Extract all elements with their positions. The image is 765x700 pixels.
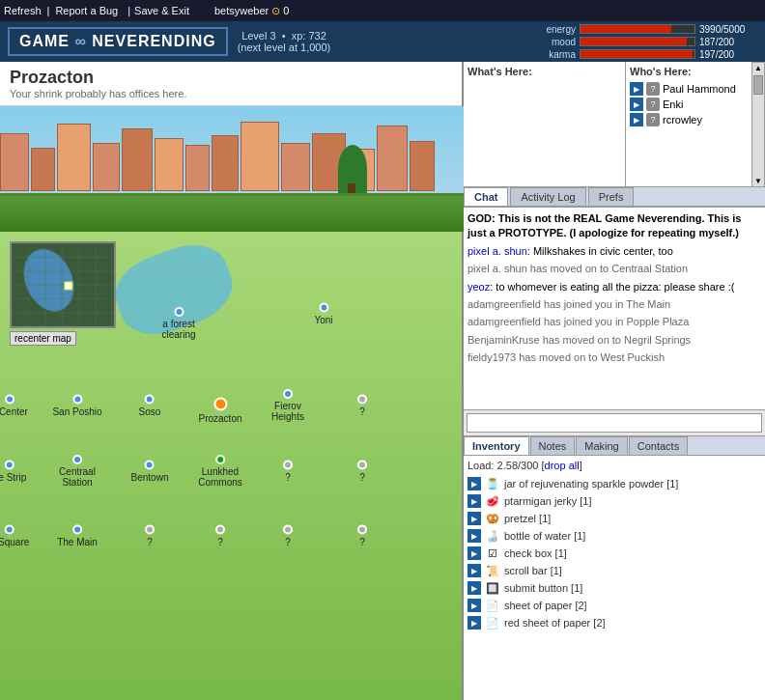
map-node[interactable]: ? — [215, 525, 225, 547]
item-action-btn[interactable]: ▶ — [468, 564, 481, 577]
map-node[interactable]: Lunkhed Commons — [198, 455, 242, 488]
chat-input[interactable] — [467, 413, 762, 433]
node-label: a forest clearing — [161, 319, 195, 340]
right-panel: What's Here: Who's Here: ▶ ? Paul Hammon… — [464, 62, 765, 700]
karma-label: karma — [537, 49, 576, 60]
item-action-btn[interactable]: ▶ — [468, 546, 481, 560]
map-node[interactable]: e Square — [0, 525, 29, 547]
scroll-down-arrow[interactable]: ▼ — [753, 176, 763, 186]
item-name[interactable]: submit button [1] — [504, 582, 582, 594]
map-node[interactable]: ? — [357, 461, 367, 483]
node-label: ? — [357, 472, 367, 483]
scroll-thumb[interactable] — [753, 75, 763, 95]
node-dot — [72, 455, 82, 464]
node-label: Yoni — [314, 315, 332, 325]
player-avatar-icon: ? — [646, 98, 660, 111]
item-action-btn[interactable]: ▶ — [468, 477, 481, 490]
map-node[interactable]: ? — [357, 525, 367, 547]
drop-all-link[interactable]: drop all — [545, 460, 580, 471]
refresh-link[interactable]: Refresh — [4, 5, 42, 16]
karma-bar-fill — [581, 50, 693, 58]
building-9 — [241, 122, 279, 191]
player-name[interactable]: Paul Hammond — [663, 83, 736, 95]
map-node[interactable]: a forest clearing — [161, 307, 195, 340]
item-name[interactable]: ptarmigan jerky [1] — [504, 495, 591, 507]
item-name[interactable]: pretzel [1] — [504, 513, 551, 524]
node-label: e Square — [0, 537, 29, 547]
tab-making[interactable]: Making — [576, 436, 627, 455]
inventory-item: ▶ 📄 red sheet of paper [2] — [468, 614, 761, 631]
energy-bar-fill — [581, 25, 671, 33]
map-node[interactable]: Bentown — [131, 461, 169, 483]
tab-notes[interactable]: Notes — [530, 436, 576, 455]
chat-message: fieldy1973 has moved on to West Puckish — [468, 350, 761, 365]
map-node[interactable]: ? — [283, 461, 293, 483]
node-dot — [357, 525, 367, 535]
player-next-level: (next level at 1,000) — [238, 42, 331, 53]
chat-message: adamgreenfield has joined you in The Mai… — [468, 297, 761, 312]
chat-username[interactable]: yeoz — [468, 281, 490, 293]
map-node[interactable]: Yoni — [314, 303, 332, 325]
chat-tabs-list: ChatActivity LogPrefs — [464, 187, 636, 206]
item-action-btn[interactable]: ▶ — [468, 529, 481, 543]
chat-area[interactable]: GOD: This is not the REAL Game Neverendi… — [464, 208, 765, 410]
chat-username[interactable]: pixel a. shun — [468, 245, 527, 257]
node-label: he Strip — [0, 472, 26, 483]
player-play-btn[interactable]: ▶ — [630, 98, 643, 111]
chat-message: GOD: This is not the REAL Game Neverendi… — [468, 211, 761, 241]
save-exit-link[interactable]: Save & Exit — [134, 5, 189, 16]
stats-area: energy 3990/5000 mood 187/200 karma 197/… — [537, 24, 757, 60]
mood-bar-bg — [580, 37, 695, 46]
item-name[interactable]: sheet of paper [2] — [504, 600, 587, 611]
item-name[interactable]: scroll bar [1] — [504, 565, 562, 576]
map-area[interactable]: recenter map a forest clearingYonic Cent… — [0, 232, 462, 700]
map-node[interactable]: ? — [283, 525, 293, 547]
player-play-btn[interactable]: ▶ — [630, 113, 643, 126]
inventory-item: ▶ 🍶 bottle of water [1] — [468, 527, 761, 545]
building-13 — [377, 126, 408, 191]
item-action-btn[interactable]: ▶ — [468, 599, 481, 612]
item-action-btn[interactable]: ▶ — [468, 616, 481, 630]
item-icon: 🔲 — [485, 580, 500, 596]
map-node[interactable]: The Main — [57, 525, 98, 547]
inventory-item: ▶ 📜 scroll bar [1] — [468, 562, 761, 579]
map-node[interactable]: Fierov Heights — [271, 389, 304, 422]
node-label: ? — [145, 537, 155, 547]
item-name[interactable]: red sheet of paper [2] — [504, 617, 606, 629]
map-node[interactable]: San Poshio — [52, 395, 101, 417]
recenter-map-button[interactable]: recenter map — [10, 331, 76, 346]
item-name[interactable]: bottle of water [1] — [504, 530, 585, 542]
node-dot — [72, 395, 82, 405]
scene-area — [0, 106, 464, 232]
item-name[interactable]: check box [1] — [504, 547, 567, 559]
player-play-btn[interactable]: ▶ — [630, 82, 643, 96]
chat-tabs: ChatActivity LogPrefs — [464, 187, 765, 208]
node-label: Fierov Heights — [271, 401, 304, 422]
inventory-items-list: ▶ 🫙 jar of rejuvenating sparkle powder [… — [468, 475, 761, 631]
item-name[interactable]: jar of rejuvenating sparkle powder [1] — [504, 478, 678, 490]
map-node[interactable]: c Center — [0, 395, 28, 417]
player-name[interactable]: rcrowley — [663, 114, 702, 126]
tab-prefs[interactable]: Prefs — [588, 187, 635, 206]
item-icon: 📄 — [485, 615, 500, 630]
tab-activity[interactable]: Activity Log — [510, 187, 585, 206]
inventory-load-header: Load: 2.58/300 [drop all] — [468, 460, 761, 471]
here-scrollbar[interactable]: ▲ ▼ — [751, 62, 765, 187]
map-node[interactable]: he Strip — [0, 461, 26, 483]
tab-contacts[interactable]: Contacts — [629, 436, 688, 455]
tab-chat[interactable]: Chat — [464, 187, 508, 206]
map-node[interactable]: ? — [357, 395, 367, 417]
map-node[interactable]: Centraal Station — [59, 455, 96, 488]
scroll-up-arrow[interactable]: ▲ — [753, 63, 763, 73]
report-bug-link[interactable]: Report a Bug — [55, 5, 118, 16]
tab-inv[interactable]: Inventory — [464, 436, 529, 455]
item-action-btn[interactable]: ▶ — [468, 581, 481, 595]
map-node[interactable]: Soso — [139, 395, 161, 417]
building-8 — [212, 135, 239, 191]
map-node[interactable]: ? — [145, 525, 155, 547]
item-action-btn[interactable]: ▶ — [468, 494, 481, 508]
minimap — [10, 241, 116, 328]
item-action-btn[interactable]: ▶ — [468, 512, 481, 525]
map-node[interactable]: Prozacton — [198, 398, 241, 424]
player-name[interactable]: Enki — [663, 98, 683, 110]
